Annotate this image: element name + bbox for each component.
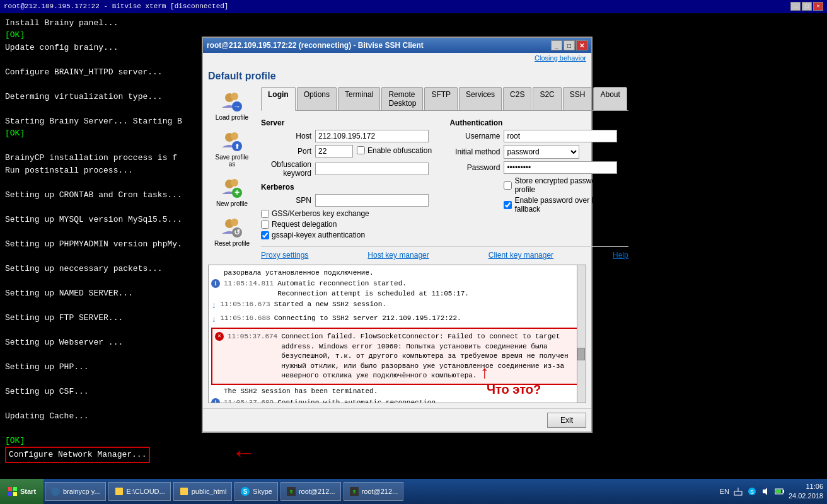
tab-remote-desktop[interactable]: Remote Desktop <box>381 87 423 110</box>
closing-behavior-link[interactable]: Closing behavior <box>203 53 591 63</box>
log-info-icon-6: i <box>211 398 220 403</box>
host-label: Host <box>261 132 311 140</box>
host-key-manager-link[interactable]: Host key manager <box>367 251 429 260</box>
tab-c2s[interactable]: C2S <box>503 87 531 110</box>
tab-s2c[interactable]: S2C <box>533 87 561 110</box>
svg-rect-29 <box>734 491 742 495</box>
port-row: Port Enable obfuscation <box>261 145 439 158</box>
port-input[interactable] <box>315 145 353 158</box>
initial-method-select[interactable]: password publickey keyboard-interactive <box>504 145 579 159</box>
taskbar-item-root2[interactable]: $ root@212... <box>344 482 404 501</box>
question-annotation: Что это? <box>487 382 541 397</box>
dialog-main-area: → Load profile ⬆ <box>208 87 586 265</box>
svg-rect-19 <box>13 492 17 496</box>
enable-password-kbdi-checkbox[interactable] <box>504 201 512 209</box>
dialog-close-btn[interactable]: ✕ <box>576 40 587 50</box>
save-profile-label: Save profile as <box>211 154 253 168</box>
taskbar-lang: EN <box>720 488 729 495</box>
username-input[interactable] <box>504 130 617 142</box>
proxy-settings-link[interactable]: Proxy settings <box>261 251 308 260</box>
request-delegation-checkbox[interactable] <box>261 220 269 229</box>
obfuscation-keyword-input[interactable] <box>315 163 429 175</box>
dialog-minimize-btn[interactable]: _ <box>551 40 562 50</box>
spn-input[interactable] <box>315 194 429 207</box>
password-input[interactable] <box>504 161 617 174</box>
bottom-links: Proxy settings Host key manager Client k… <box>261 246 628 262</box>
taskbar-item-explorer[interactable]: E:\CLOUD... <box>108 482 171 501</box>
svg-rect-22 <box>180 488 188 495</box>
svg-text:↺: ↺ <box>234 228 240 237</box>
terminal-minimize-btn[interactable]: _ <box>790 2 801 11</box>
dialog-titlebar: root@212.109.195.172:22 (reconnecting) -… <box>203 38 591 53</box>
store-password-checkbox[interactable] <box>504 181 512 190</box>
taskbar-item-root1[interactable]: $ root@212... <box>280 482 341 501</box>
svg-point-20 <box>51 487 60 496</box>
taskbar-item-public[interactable]: public_html <box>173 482 233 501</box>
taskbar-item-brainy[interactable]: brainycp y... <box>45 482 106 501</box>
taskbar-network-icon <box>733 486 743 496</box>
password-row: Password <box>449 161 628 174</box>
dialog-restore-btn[interactable]: □ <box>564 40 575 50</box>
taskbar-battery-icon <box>775 486 785 496</box>
auth-label: Authentication <box>449 118 628 127</box>
tab-login[interactable]: Login <box>261 87 296 111</box>
log-scrollbar-thumb[interactable] <box>577 348 585 360</box>
help-link[interactable]: Help <box>613 251 628 260</box>
taskbar-skype-sys-icon: S <box>747 486 757 496</box>
taskbar-item-skype[interactable]: S Skype <box>234 482 278 501</box>
tab-services[interactable]: Services <box>459 87 502 110</box>
gss-checkbox[interactable] <box>261 210 269 218</box>
taskbar-brainy-label: brainycp y... <box>63 488 100 495</box>
taskbar-root2-label: root@212... <box>362 488 398 495</box>
svg-text:→: → <box>233 102 241 111</box>
svg-rect-16 <box>8 487 12 491</box>
load-profile-label: Load profile <box>216 114 248 121</box>
gssapi-checkbox[interactable] <box>261 231 269 239</box>
tab-options[interactable]: Options <box>297 87 337 110</box>
terminal-highlight-line: Configure Network Manager... <box>5 447 150 463</box>
taskbar-speaker-icon <box>761 486 771 496</box>
reset-profile-btn[interactable]: ↺ Reset profile <box>208 213 256 250</box>
host-input[interactable] <box>315 130 429 142</box>
save-profile-btn[interactable]: ⬆ Save profile as <box>208 127 256 171</box>
exit-button[interactable]: Exit <box>547 413 586 428</box>
taskbar-explorer-icon <box>114 486 124 496</box>
dialog-title-buttons: _ □ ✕ <box>551 40 587 50</box>
obfuscation-row: Obfuscation keyword <box>261 160 439 178</box>
reset-profile-label: Reset profile <box>214 240 250 247</box>
tab-sftp[interactable]: SFTP <box>424 87 458 110</box>
request-delegation-row: Request delegation <box>261 220 439 229</box>
terminal-line-1: Install Brainy panel... <box>5 17 822 30</box>
kerberos-section: Kerberos SPN GSS/Kerberos key exchange <box>261 183 439 239</box>
tabs-area: Login Options Terminal Remote Desktop SF… <box>261 87 628 265</box>
terminal-close-btn[interactable]: ✕ <box>813 2 823 11</box>
log-arrow-container: i 11:05:37.689 Continuing with automatic… <box>211 398 583 403</box>
store-password-label: Store encrypted password in profile <box>514 176 628 194</box>
taskbar-explorer-label: E:\CLOUD... <box>127 488 165 495</box>
svg-text:⬆: ⬆ <box>234 143 240 150</box>
svg-rect-17 <box>13 487 17 491</box>
svg-point-13 <box>231 219 238 226</box>
svg-point-1 <box>231 93 238 100</box>
new-profile-btn[interactable]: + New profile <box>208 173 256 210</box>
tab-ssh[interactable]: SSH <box>563 87 593 110</box>
client-key-manager-link[interactable]: Client key manager <box>489 251 553 260</box>
load-profile-btn[interactable]: → Load profile <box>208 87 256 124</box>
terminal-maximize-btn[interactable]: □ <box>802 2 812 11</box>
enable-password-kbdi-label: Enable password over kbdi fallback <box>514 196 628 214</box>
log-entry-2: ↓ 11:05:16.673 Started a new SSH2 sessio… <box>211 299 583 313</box>
gss-row: GSS/Kerberos key exchange <box>261 209 439 218</box>
svg-rect-35 <box>776 490 781 493</box>
svg-point-9 <box>231 179 238 186</box>
log-scrollbar[interactable] <box>577 265 586 403</box>
enable-obfuscation-label: Enable obfuscation <box>367 146 432 155</box>
kerberos-label: Kerberos <box>261 183 439 192</box>
tab-terminal[interactable]: Terminal <box>338 87 380 110</box>
enable-obfuscation-checkbox[interactable] <box>357 146 365 154</box>
dialog-footer: Exit <box>203 408 591 432</box>
start-button[interactable]: Start <box>0 479 43 504</box>
tab-about[interactable]: About <box>593 87 627 110</box>
svg-text:S: S <box>243 488 248 495</box>
log-entry-3: ↓ 11:05:16.688 Connecting to SSH2 server… <box>211 313 583 327</box>
taskbar-skype-icon: S <box>240 486 250 496</box>
